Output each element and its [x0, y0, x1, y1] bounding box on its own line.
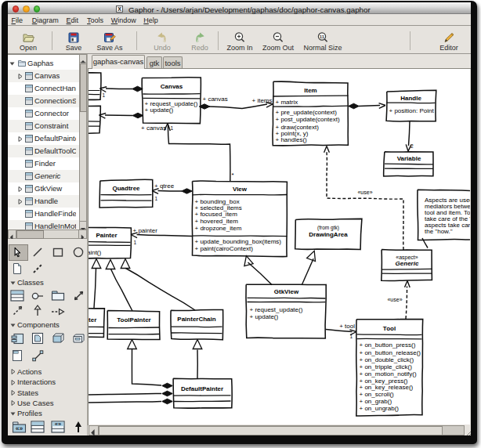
svg-text:Variable: Variable: [397, 155, 421, 162]
svg-text:«»: «»: [15, 425, 23, 432]
svg-text:+ on_motion_notify(): + on_motion_notify(): [360, 370, 417, 378]
svg-text:1: 1: [103, 92, 106, 98]
svg-text:+ update(): + update(): [145, 107, 174, 114]
svg-text:+ qtree: + qtree: [154, 182, 175, 190]
svg-text:+ on_button_release(): + on_button_release(): [360, 349, 421, 356]
svg-text:*: *: [232, 172, 234, 179]
svg-text:Quadtree: Quadtree: [112, 185, 140, 192]
svg-text:+ painter: + painter: [133, 227, 158, 234]
svg-text:+ canvas: + canvas: [141, 125, 166, 132]
svg-text:11: 11: [320, 34, 325, 39]
svg-text:ItemPainter: ItemPainter: [89, 316, 96, 323]
svg-text:+ hovered_item: + hovered_item: [195, 218, 239, 225]
svg-text:+ dropzone_item: + dropzone_item: [195, 225, 242, 232]
svg-text:Handle: Handle: [400, 95, 421, 102]
svg-text:+ on_button_press(): + on_button_press(): [360, 341, 416, 349]
svg-text:Generic: Generic: [396, 260, 419, 267]
svg-text:GtkView: GtkView: [274, 288, 299, 295]
svg-text:the "how.": the "how.": [425, 228, 453, 235]
svg-text:+ items: + items: [252, 97, 273, 104]
svg-text:+ pre_update(context): + pre_update(context): [276, 109, 338, 116]
svg-text:Canvas: Canvas: [161, 83, 183, 90]
svg-text:View: View: [233, 186, 248, 193]
svg-text:paint(): paint(): [89, 249, 102, 256]
svg-text:«»: «»: [55, 421, 61, 428]
svg-text:+ on_scroll(): + on_scroll(): [360, 391, 395, 398]
svg-text:+ tool: + tool: [339, 323, 355, 330]
svg-text:«use»: «use»: [387, 297, 402, 302]
svg-text:Painter: Painter: [96, 232, 117, 239]
svg-text:+ position: Point: + position: Point: [389, 107, 435, 114]
svg-text:Tool: Tool: [383, 325, 396, 332]
svg-text:+ matrix: + matrix: [276, 99, 298, 106]
svg-text:+ paint(cairoContext): + paint(cairoContext): [195, 245, 254, 252]
svg-text:ToolPainter: ToolPainter: [117, 316, 150, 323]
svg-text:DefaultPainter: DefaultPainter: [181, 385, 223, 392]
svg-text:+ update(): + update(): [250, 313, 279, 320]
svg-text:Item: Item: [304, 87, 316, 94]
svg-text:DrawingArea: DrawingArea: [309, 231, 348, 238]
svg-text:+ handles(): + handles(): [276, 136, 308, 143]
svg-text:1: 1: [171, 125, 174, 131]
svg-text:+ on_double_click(): + on_double_click(): [360, 356, 414, 363]
svg-text:+ on_ungrab(): + on_ungrab(): [360, 405, 400, 412]
svg-text:+ request_update(): + request_update(): [250, 306, 303, 313]
svg-text:1: 1: [134, 240, 137, 245]
svg-text:+ canvas: + canvas: [203, 96, 228, 103]
svg-text:PainterChain: PainterChain: [177, 316, 215, 323]
svg-text:2: 2: [410, 143, 414, 149]
svg-text:1: 1: [155, 196, 158, 201]
svg-text:+ on_key_release(): + on_key_release(): [360, 384, 414, 391]
svg-text:+ on_tripple_click(): + on_tripple_click(): [360, 363, 413, 370]
svg-text:«use»: «use»: [357, 190, 372, 195]
svg-text:+ post_update(context): + post_update(context): [276, 116, 340, 123]
svg-text:1: 1: [350, 334, 353, 339]
